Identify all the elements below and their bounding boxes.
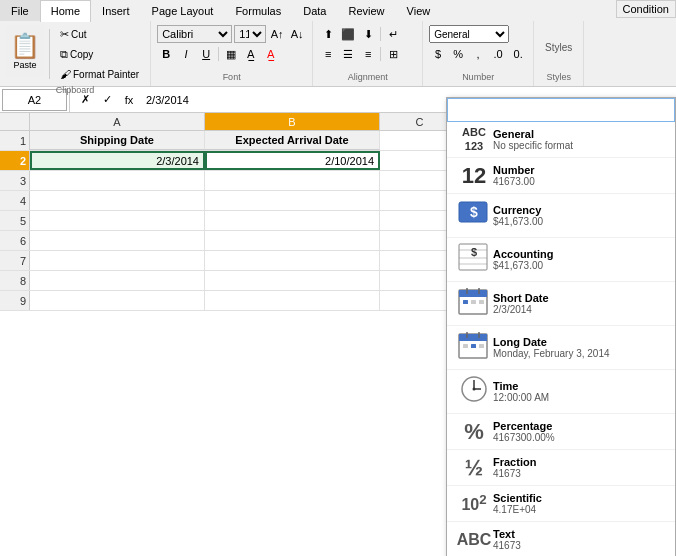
format-item-time[interactable]: Time 12:00:00 AM xyxy=(447,370,675,414)
general-icon: ABC123 xyxy=(455,126,493,152)
copy-label: Copy xyxy=(70,49,93,60)
col-header-b[interactable]: B xyxy=(205,113,380,130)
cell-a1[interactable]: Shipping Date xyxy=(30,131,205,150)
format-painter-icon: 🖌 xyxy=(60,68,71,80)
format-painter-button[interactable]: 🖌 Format Painter xyxy=(55,65,144,83)
svg-rect-19 xyxy=(471,344,476,348)
wrap-text-button[interactable]: ↵ xyxy=(384,25,402,43)
decrease-decimal-button[interactable]: 0. xyxy=(509,45,527,63)
long-date-text: Long Date Monday, February 3, 2014 xyxy=(493,336,610,359)
cell-b6[interactable] xyxy=(205,231,380,250)
format-item-text[interactable]: ABC Text 41673 xyxy=(447,522,675,556)
cell-b1[interactable]: Expected Arrival Date xyxy=(205,131,380,150)
cell-b3[interactable] xyxy=(205,171,380,190)
col-header-a[interactable]: A xyxy=(30,113,205,130)
underline-button[interactable]: U xyxy=(197,45,215,63)
row-num-9: 9 xyxy=(0,291,30,310)
number-format-select[interactable]: General xyxy=(429,25,509,43)
cut-icon: ✂ xyxy=(60,28,69,41)
scientific-text: Scientific 4.17E+04 xyxy=(493,492,542,515)
align-bottom-button[interactable]: ⬇ xyxy=(359,25,377,43)
align-right-button[interactable]: ≡ xyxy=(359,45,377,63)
cell-b9[interactable] xyxy=(205,291,380,310)
font-name-select[interactable]: Calibri xyxy=(157,25,232,43)
font-size-select[interactable]: 11 xyxy=(234,25,266,43)
format-item-short-date[interactable]: Short Date 2/3/2014 xyxy=(447,282,675,326)
format-item-percentage[interactable]: % Percentage 4167300.00% xyxy=(447,414,675,450)
tab-view[interactable]: View xyxy=(396,0,442,21)
accounting-name: Accounting xyxy=(493,248,554,260)
format-item-number[interactable]: 12 Number 41673.00 xyxy=(447,158,675,194)
bold-button[interactable]: B xyxy=(157,45,175,63)
fill-color-button[interactable]: A̲ xyxy=(242,45,260,63)
format-item-currency[interactable]: $ Currency $41,673.00 xyxy=(447,194,675,238)
tab-data[interactable]: Data xyxy=(292,0,337,21)
cell-a6[interactable] xyxy=(30,231,205,250)
format-item-long-date[interactable]: Long Date Monday, February 3, 2014 xyxy=(447,326,675,370)
paste-button[interactable]: 📋 Paste xyxy=(6,25,44,77)
enter-formula-button[interactable]: ✓ xyxy=(98,91,116,109)
cell-b7[interactable] xyxy=(205,251,380,270)
format-item-scientific[interactable]: 102 Scientific 4.17E+04 xyxy=(447,486,675,522)
accounting-icon: $ xyxy=(455,242,493,277)
percent-button[interactable]: % xyxy=(449,45,467,63)
comma-button[interactable]: , xyxy=(469,45,487,63)
condition-button[interactable]: Condition xyxy=(616,0,676,18)
align-left-button[interactable]: ≡ xyxy=(319,45,337,63)
styles-group: Styles Styles xyxy=(534,21,584,86)
merge-button[interactable]: ⊞ xyxy=(384,45,402,63)
tab-file[interactable]: File xyxy=(0,0,40,21)
general-name: General xyxy=(493,128,573,140)
cell-a9[interactable] xyxy=(30,291,205,310)
copy-button[interactable]: ⧉ Copy xyxy=(55,45,144,64)
align-center-button[interactable]: ☰ xyxy=(339,45,357,63)
increase-decimal-button[interactable]: .0 xyxy=(489,45,507,63)
number-name: Number xyxy=(493,164,535,176)
time-text: Time 12:00:00 AM xyxy=(493,380,549,403)
cell-a3[interactable] xyxy=(30,171,205,190)
font-name-row: Calibri 11 A↑ A↓ xyxy=(157,25,306,43)
svg-rect-20 xyxy=(479,344,484,348)
paste-label: Paste xyxy=(13,60,36,70)
currency-icon: $ xyxy=(455,198,493,233)
row-num-5: 5 xyxy=(0,211,30,230)
cut-label: Cut xyxy=(71,29,87,40)
border-button[interactable]: ▦ xyxy=(222,45,240,63)
time-icon xyxy=(455,374,493,409)
cell-b4[interactable] xyxy=(205,191,380,210)
format-item-general[interactable]: ABC123 General No specific format xyxy=(447,122,675,158)
percentage-name: Percentage xyxy=(493,420,555,432)
tab-insert[interactable]: Insert xyxy=(91,0,141,21)
cell-a4[interactable] xyxy=(30,191,205,210)
insert-function-button[interactable]: fx xyxy=(120,91,138,109)
tab-page-layout[interactable]: Page Layout xyxy=(141,0,225,21)
currency-button[interactable]: $ xyxy=(429,45,447,63)
tab-formulas[interactable]: Formulas xyxy=(224,0,292,21)
decrease-font-button[interactable]: A↓ xyxy=(288,25,306,43)
cell-a5[interactable] xyxy=(30,211,205,230)
cell-b8[interactable] xyxy=(205,271,380,290)
align-middle-button[interactable]: ⬛ xyxy=(339,25,357,43)
format-item-fraction[interactable]: ½ Fraction 41673 xyxy=(447,450,675,486)
italic-button[interactable]: I xyxy=(177,45,195,63)
tab-review[interactable]: Review xyxy=(337,0,395,21)
increase-font-button[interactable]: A↑ xyxy=(268,25,286,43)
cell-a7[interactable] xyxy=(30,251,205,270)
cut-button[interactable]: ✂ Cut xyxy=(55,25,144,44)
cell-b5[interactable] xyxy=(205,211,380,230)
short-date-text: Short Date 2/3/2014 xyxy=(493,292,549,315)
currency-name: Currency xyxy=(493,204,543,216)
cell-a8[interactable] xyxy=(30,271,205,290)
svg-rect-12 xyxy=(471,300,476,304)
cell-b2[interactable]: 2/10/2014 xyxy=(205,151,380,170)
scientific-icon: 102 xyxy=(455,492,493,514)
percentage-icon: % xyxy=(455,419,493,445)
paste-icon: 📋 xyxy=(10,32,40,60)
tab-home[interactable]: Home xyxy=(40,0,91,22)
align-top-button[interactable]: ⬆ xyxy=(319,25,337,43)
format-item-accounting[interactable]: $ Accounting $41,673.00 xyxy=(447,238,675,282)
fraction-name: Fraction xyxy=(493,456,536,468)
format-search-input[interactable] xyxy=(447,98,675,122)
cell-a2[interactable]: 2/3/2014 xyxy=(30,151,205,170)
font-color-button[interactable]: A̲ xyxy=(262,45,280,63)
